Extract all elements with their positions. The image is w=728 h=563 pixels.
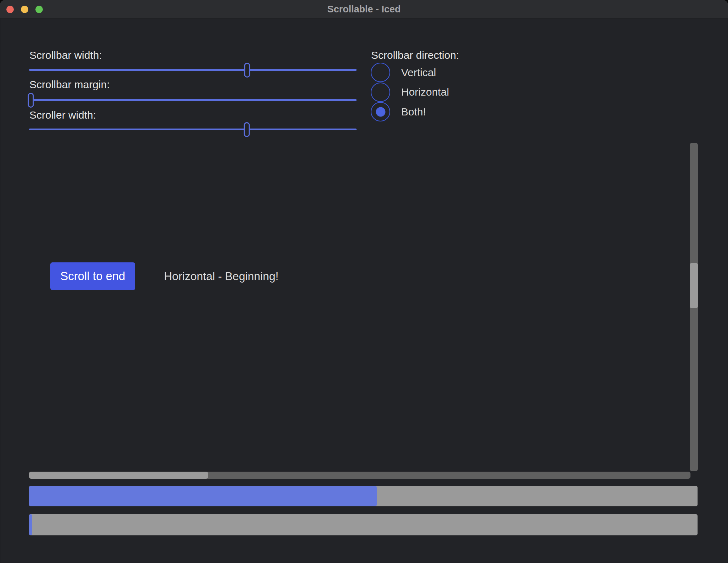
scrollbar-width-label: Scrollbar width: [29,49,102,62]
scroller-width-slider[interactable] [29,122,357,137]
slider-rail[interactable] [29,69,357,71]
horizontal-scroller[interactable] [29,472,208,479]
radio-vertical-label[interactable]: Vertical [401,66,436,79]
slider-rail[interactable] [29,129,357,130]
horizontal-scrollbar[interactable] [29,472,690,479]
titlebar[interactable]: Scrollable - Iced [0,0,728,18]
scroll-status-text: Horizontal - Beginning! [164,262,279,290]
scrollbar-direction-label: Scrollbar direction: [371,49,459,62]
slider-rail[interactable] [29,99,357,101]
slider-handle[interactable] [244,122,250,137]
radio-dot-icon [376,107,385,116]
progress-bar-vertical [29,486,698,506]
progress-fill [29,514,32,535]
progress-fill [29,486,377,506]
progress-bar-horizontal [29,514,698,535]
vertical-scroller[interactable] [690,263,698,308]
scrollbar-width-slider[interactable] [29,63,357,78]
scroll-to-end-button[interactable]: Scroll to end [50,262,135,290]
radio-vertical[interactable] [371,63,390,82]
scrollbar-margin-slider[interactable] [29,93,357,108]
radio-horizontal[interactable] [371,83,390,102]
vertical-scrollbar[interactable] [690,143,698,471]
window-title: Scrollable - Iced [0,0,728,18]
scrollbar-margin-label: Scrollbar margin: [29,78,110,91]
scroller-width-label: Scroller width: [29,109,96,121]
app-window: Scrollable - Iced Scrollbar width: Scrol… [0,0,728,563]
radio-both[interactable] [371,102,390,121]
slider-handle[interactable] [244,63,250,78]
radio-horizontal-label[interactable]: Horizontal [401,86,449,98]
radio-both-label[interactable]: Both! [401,106,426,118]
slider-handle[interactable] [28,93,34,108]
